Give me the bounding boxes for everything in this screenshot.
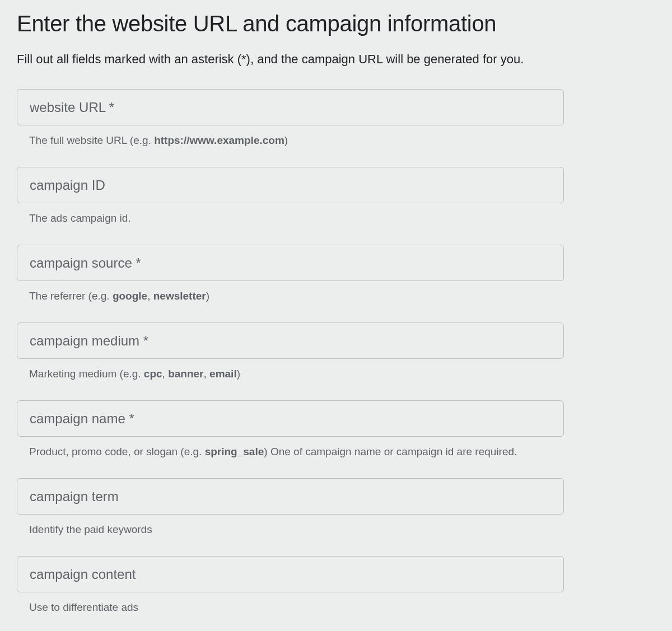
campaign-name-helper: Product, promo code, or slogan (e.g. spr…	[29, 446, 655, 458]
campaign-medium-group: Marketing medium (e.g. cpc, banner, emai…	[17, 322, 655, 380]
campaign-name-group: Product, promo code, or slogan (e.g. spr…	[17, 400, 655, 458]
campaign-source-input[interactable]	[17, 245, 564, 281]
campaign-content-input[interactable]	[17, 556, 564, 592]
page-subtitle: Fill out all fields marked with an aster…	[17, 52, 655, 67]
campaign-content-group: Use to differentiate ads	[17, 556, 655, 614]
campaign-term-helper: Identify the paid keywords	[29, 524, 655, 536]
website-url-input[interactable]	[17, 89, 564, 125]
campaign-term-group: Identify the paid keywords	[17, 478, 655, 536]
campaign-id-input[interactable]	[17, 167, 564, 203]
campaign-medium-input[interactable]	[17, 322, 564, 359]
page-title: Enter the website URL and campaign infor…	[17, 11, 655, 36]
campaign-source-helper: The referrer (e.g. google, newsletter)	[29, 290, 655, 302]
campaign-content-helper: Use to differentiate ads	[29, 601, 655, 614]
campaign-id-group: The ads campaign id.	[17, 167, 655, 225]
campaign-id-helper: The ads campaign id.	[29, 212, 655, 225]
campaign-name-input[interactable]	[17, 400, 564, 437]
campaign-medium-helper: Marketing medium (e.g. cpc, banner, emai…	[29, 368, 655, 380]
website-url-group: The full website URL (e.g. https://www.e…	[17, 89, 655, 147]
campaign-term-input[interactable]	[17, 478, 564, 515]
campaign-source-group: The referrer (e.g. google, newsletter)	[17, 245, 655, 302]
website-url-helper: The full website URL (e.g. https://www.e…	[29, 134, 655, 147]
